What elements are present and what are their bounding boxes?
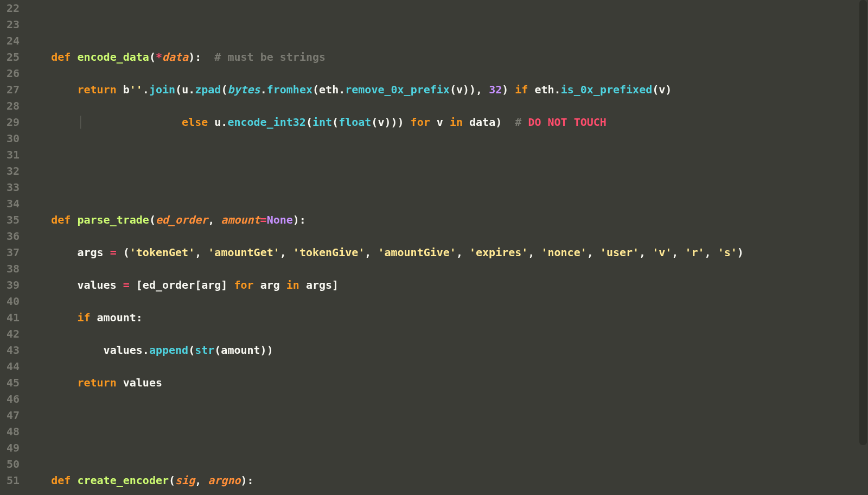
line-number: 24 — [7, 33, 20, 49]
line-number: 35 — [7, 212, 20, 228]
line-number: 22 — [7, 0, 20, 16]
code-line[interactable] — [25, 407, 864, 423]
line-number: 49 — [7, 440, 20, 456]
line-number: 44 — [7, 358, 20, 375]
code-line[interactable]: if amount: — [25, 309, 864, 326]
code-line[interactable]: │ else u.encode_int32(int(float(v))) for… — [25, 114, 864, 130]
line-number: 39 — [7, 277, 20, 293]
line-number: 29 — [7, 114, 20, 130]
line-number: 36 — [7, 228, 20, 244]
code-line[interactable]: args = ('tokenGet', 'amountGet', 'tokenG… — [25, 244, 864, 261]
line-number: 32 — [7, 163, 20, 179]
line-number: 50 — [7, 456, 20, 472]
line-number: 40 — [7, 293, 20, 309]
code-line[interactable] — [25, 440, 864, 456]
code-line[interactable]: return b''.join(u.zpad(bytes.fromhex(eth… — [25, 81, 864, 98]
code-line[interactable]: def encode_data(*data): # must be string… — [25, 49, 864, 65]
line-number: 45 — [7, 375, 20, 391]
scrollbar-thumb[interactable] — [859, 0, 867, 445]
line-number: 26 — [7, 65, 20, 81]
line-number: 25 — [7, 49, 20, 65]
line-number: 46 — [7, 391, 20, 407]
code-line[interactable] — [25, 147, 864, 163]
vertical-scrollbar[interactable] — [859, 0, 867, 495]
line-number: 23 — [7, 16, 20, 33]
line-number: 38 — [7, 261, 20, 277]
code-line[interactable] — [25, 179, 864, 195]
code-line[interactable]: def parse_trade(ed_order, amount=None): — [25, 212, 864, 228]
code-editor[interactable]: 22 23 24 25 26 27 28 29 30 31 32 33 34 3… — [0, 0, 868, 495]
code-line[interactable] — [25, 16, 864, 33]
code-line[interactable]: values = [ed_order[arg] for arg in args] — [25, 277, 864, 293]
line-number: 33 — [7, 179, 20, 195]
line-number: 27 — [7, 81, 20, 98]
code-line[interactable]: values.append(str(amount)) — [25, 342, 864, 358]
line-number: 41 — [7, 309, 20, 326]
line-number: 34 — [7, 195, 20, 212]
line-number: 28 — [7, 98, 20, 114]
line-number: 43 — [7, 342, 20, 358]
line-number: 42 — [7, 326, 20, 342]
code-line[interactable]: return values — [25, 375, 864, 391]
line-number: 51 — [7, 472, 20, 488]
line-number: 48 — [7, 423, 20, 440]
code-line[interactable]: def create_encoder(sig, argno): — [25, 472, 864, 488]
line-number: 31 — [7, 147, 20, 163]
line-number-gutter: 22 23 24 25 26 27 28 29 30 31 32 33 34 3… — [0, 0, 25, 495]
line-number: 30 — [7, 130, 20, 147]
line-number: 47 — [7, 407, 20, 423]
line-number: 37 — [7, 244, 20, 261]
code-area[interactable]: def encode_data(*data): # must be string… — [25, 0, 868, 495]
